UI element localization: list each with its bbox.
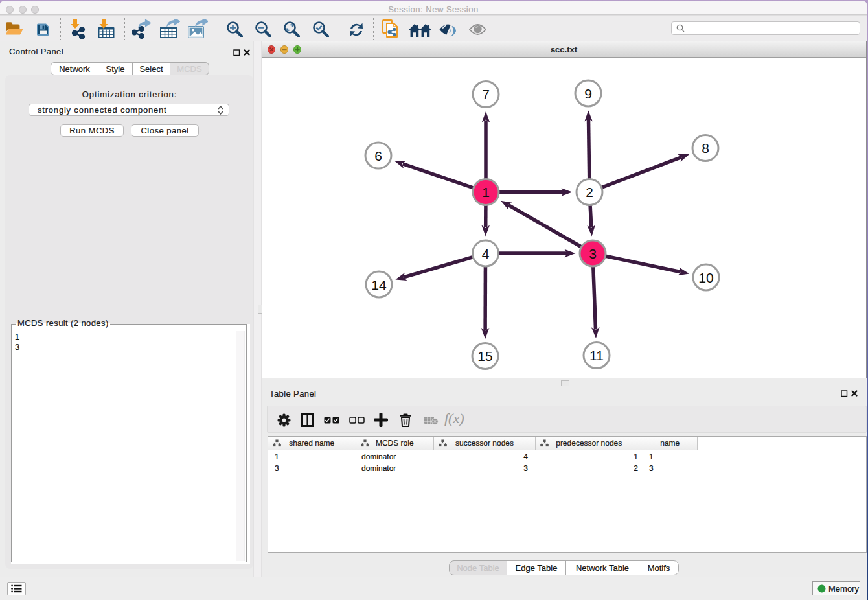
svg-text:6: 6 xyxy=(374,148,382,163)
svg-text:2: 2 xyxy=(586,185,593,200)
svg-text:7: 7 xyxy=(482,87,490,102)
svg-text:11: 11 xyxy=(589,348,604,363)
svg-text:8: 8 xyxy=(702,141,709,156)
svg-text:15: 15 xyxy=(477,349,492,363)
svg-text:14: 14 xyxy=(371,277,387,292)
svg-text:1: 1 xyxy=(482,185,490,200)
svg-text:9: 9 xyxy=(584,86,592,101)
svg-text:10: 10 xyxy=(698,270,713,285)
svg-text:3: 3 xyxy=(589,246,597,261)
svg-text:4: 4 xyxy=(482,246,490,261)
